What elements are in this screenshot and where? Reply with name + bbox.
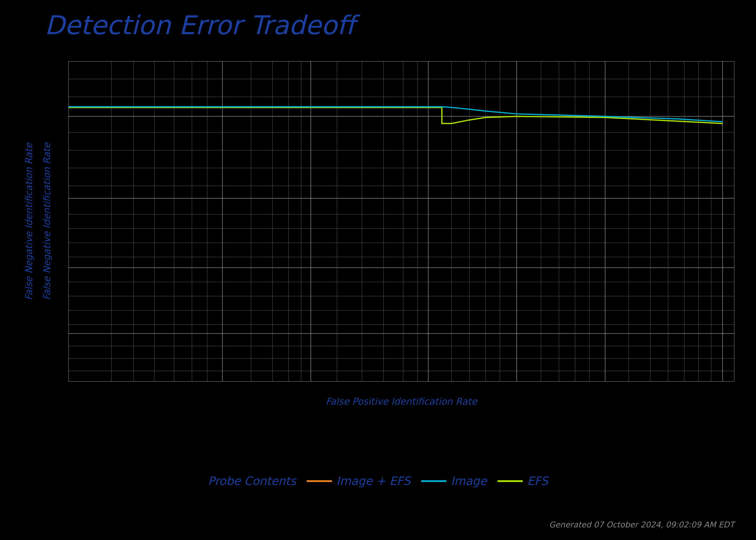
page-container: Detection Error Tradeoff False Negative … (0, 0, 756, 540)
legend-efs-line (498, 480, 523, 482)
y-axis-label-container: False Negative Identification Rate (20, 61, 38, 382)
legend-image-item: Image (421, 474, 487, 488)
legend-probe-contents-label: Probe Contents (208, 474, 296, 488)
chart-inner: 0.9 0.7 0.5 0.3 0.1 0.01 0.02 0.05 0.10 … (68, 61, 734, 382)
legend-image-efs-line (307, 480, 332, 482)
generated-text: Generated 07 October 2024, 09:02:09 AM E… (549, 520, 734, 529)
y-axis-label-text: False Negative Identification Rate (23, 143, 34, 300)
legend-image-efs-item: Image + EFS (307, 474, 410, 488)
legend-image-line (421, 480, 446, 482)
x-axis-label: False Positive Identification Rate (326, 396, 477, 407)
legend-image-label: Image (451, 474, 487, 488)
legend: Probe Contents Image + EFS Image EFS (0, 474, 756, 488)
chart-area: False Negative Identification Rate (40, 61, 734, 418)
legend-image-efs-label: Image + EFS (336, 474, 410, 488)
legend-efs-item: EFS (498, 474, 548, 488)
legend-efs-label: EFS (527, 474, 548, 488)
chart-svg: 0.9 0.7 0.5 0.3 0.1 0.01 0.02 0.05 0.10 … (68, 61, 734, 382)
chart-title: Detection Error Tradeoff (45, 10, 355, 40)
y-axis-label: False Negative Identification Rate (41, 143, 52, 300)
